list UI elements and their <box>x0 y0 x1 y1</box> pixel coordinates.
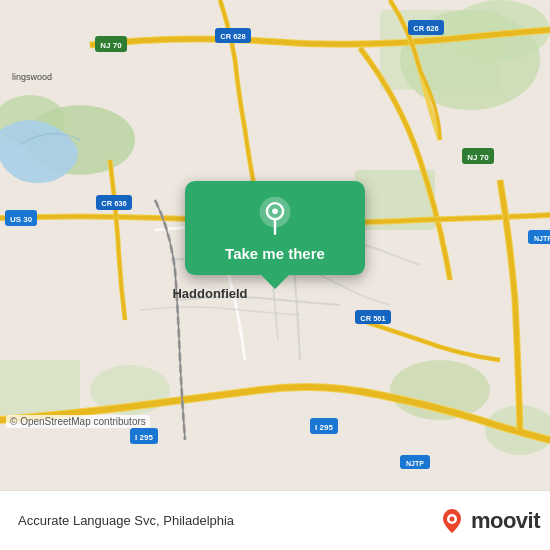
svg-text:NJTP: NJTP <box>534 235 550 242</box>
map-area: NJ 70 CR 628 CR 626 NJ 70 US 30 CR 636 I… <box>0 0 550 490</box>
svg-point-37 <box>272 208 278 214</box>
location-label: Accurate Language Svc, Philadelphia <box>18 513 438 528</box>
svg-text:Haddonfield: Haddonfield <box>172 286 247 301</box>
svg-text:CR 626: CR 626 <box>413 24 438 33</box>
moovit-logo: moovit <box>438 507 540 535</box>
location-popup[interactable]: Take me there <box>185 181 365 275</box>
svg-text:lingswood: lingswood <box>12 72 52 82</box>
osm-attribution: © OpenStreetMap contributors <box>6 415 150 428</box>
location-pin-icon <box>254 195 296 237</box>
popup-button-label: Take me there <box>225 245 325 263</box>
bottom-info-bar: Accurate Language Svc, Philadelphia moov… <box>0 490 550 550</box>
svg-text:CR 636: CR 636 <box>101 199 126 208</box>
svg-text:I 295: I 295 <box>135 433 153 442</box>
svg-text:CR 561: CR 561 <box>360 314 385 323</box>
svg-text:NJ 70: NJ 70 <box>467 153 489 162</box>
svg-text:CR 628: CR 628 <box>220 32 245 41</box>
svg-text:NJ 70: NJ 70 <box>100 41 122 50</box>
svg-text:NJTP: NJTP <box>406 460 424 467</box>
svg-text:I 295: I 295 <box>315 423 333 432</box>
svg-point-39 <box>449 516 454 521</box>
moovit-pin-icon <box>438 507 466 535</box>
svg-text:US 30: US 30 <box>10 215 33 224</box>
moovit-brand-text: moovit <box>471 508 540 534</box>
